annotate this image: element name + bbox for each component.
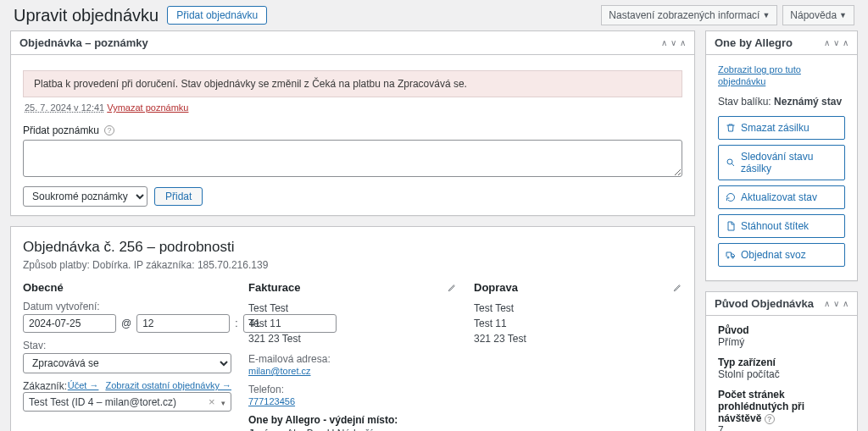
shipping-name: Test Test — [474, 301, 682, 316]
order-subtitle: Způsob platby: Dobírka. IP zákazníka: 18… — [23, 259, 682, 271]
add-note-textarea[interactable] — [23, 140, 682, 177]
truck-icon — [726, 250, 736, 260]
help-icon[interactable]: ? — [765, 414, 775, 424]
order-hour-input[interactable] — [136, 314, 230, 333]
toggle-icon[interactable]: ∧ — [843, 299, 849, 308]
note-timestamp: 25. 7. 2024 v 12:41 — [25, 102, 104, 113]
order-pickup-button[interactable]: Objednat svoz — [718, 243, 845, 267]
device-value: Stolní počítač — [718, 368, 780, 380]
origin-label: Původ — [718, 324, 845, 336]
order-status-select[interactable]: Zpracovává se — [23, 353, 231, 373]
package-status-label: Stav balíku: — [718, 96, 771, 108]
chevron-down-icon: ▼ — [839, 11, 847, 19]
allegro-pickup-heading: One by Allegro - výdejní místo: — [248, 414, 457, 426]
email-label: E-mailová adresa: — [248, 353, 457, 365]
date-label: Datum vytvoření: — [23, 301, 231, 312]
billing-column: Fakturace Test Test Test 11 321 23 Test … — [248, 281, 457, 431]
help-label: Nápověda — [790, 9, 837, 21]
show-log-link[interactable]: Zobrazit log pro tuto objednávku — [718, 64, 801, 86]
allegro-box-title: One by Allegro — [715, 36, 824, 49]
search-icon — [726, 157, 736, 168]
shipping-column: Doprava Test Test Test 11 321 23 Test — [474, 281, 682, 431]
help-icon[interactable]: ? — [104, 125, 114, 135]
profile-link[interactable]: Účet → — [68, 380, 99, 392]
svg-point-0 — [727, 159, 732, 164]
edit-shipping-icon[interactable] — [673, 283, 682, 292]
help-button[interactable]: Nápověda▼ — [782, 5, 854, 25]
device-label: Typ zařízení — [718, 356, 845, 368]
delete-shipment-button[interactable]: Smazat zásilku — [718, 116, 845, 140]
note-type-select[interactable]: Soukromé poznámky — [23, 186, 147, 207]
allegro-name-label: Jméno: — [248, 428, 285, 431]
svg-point-1 — [727, 257, 729, 258]
clear-customer-icon[interactable]: × — [205, 395, 219, 408]
billing-email[interactable]: milan@toret.cz — [248, 366, 311, 376]
billing-phone[interactable]: 777123456 — [248, 396, 295, 406]
toggle-icon[interactable]: ∧ — [680, 38, 686, 47]
chevron-down-icon[interactable]: ∨ — [833, 38, 839, 47]
trash-icon — [726, 123, 736, 133]
edit-billing-icon[interactable] — [448, 283, 457, 292]
at-sep: @ — [121, 318, 131, 329]
download-label-button[interactable]: Stáhnout štítek — [718, 214, 845, 238]
refresh-status-button[interactable]: Aktualizovat stav — [718, 185, 845, 209]
phone-label: Telefon: — [248, 384, 457, 395]
allegro-name: AlzaBox U Nádraží — [287, 428, 372, 431]
svg-point-2 — [732, 257, 734, 258]
pages-label: Počet stránek prohlédnutých při návštěvě — [718, 389, 804, 424]
file-icon — [726, 221, 736, 231]
chevron-up-icon[interactable]: ∧ — [824, 299, 830, 308]
billing-name: Test Test — [248, 301, 457, 316]
general-heading: Obecné — [23, 281, 231, 294]
page-header: Upravit objednávku Přidat objednávku Nas… — [0, 0, 868, 30]
add-order-button[interactable]: Přidat objednávku — [167, 6, 267, 25]
chevron-down-icon: ▼ — [762, 11, 770, 19]
package-status-value: Neznámý stav — [774, 96, 842, 108]
shipping-heading: Doprava — [474, 281, 518, 294]
shipping-line2: Test 11 — [474, 316, 682, 331]
order-origin-box: Původ Objednávka ∧ ∨ ∧ PůvodPřímý Typ za… — [705, 291, 858, 431]
toggle-icon[interactable]: ∧ — [843, 38, 849, 47]
general-column: Obecné Datum vytvoření: @ : — [23, 281, 231, 431]
screen-options-label: Nastavení zobrazených informací — [609, 9, 760, 21]
delete-note-link[interactable]: Vymazat poznámku — [107, 102, 188, 113]
chevron-up-icon[interactable]: ∧ — [824, 38, 830, 47]
track-shipment-button[interactable]: Sledování stavu zásilky — [718, 145, 845, 180]
order-title: Objednávka č. 256 – podrobnosti — [23, 239, 682, 256]
order-details-box: Objednávka č. 256 – podrobnosti Způsob p… — [10, 226, 695, 431]
customer-label: Zákazník: — [23, 380, 67, 392]
add-note-label: Přidat poznámku ? — [23, 124, 682, 136]
allegro-box: One by Allegro ∧ ∨ ∧ Zobrazit log pro tu… — [705, 30, 858, 281]
other-orders-link[interactable]: Zobrazit ostatní objednávky → — [105, 380, 231, 392]
screen-options-button[interactable]: Nastavení zobrazených informací▼ — [601, 5, 777, 25]
add-note-button[interactable]: Přidat — [154, 187, 203, 206]
billing-line3: 321 23 Test — [248, 331, 457, 346]
customer-select-value: Test Test (ID 4 – milan@toret.cz) — [29, 396, 176, 408]
colon-sep: : — [235, 318, 237, 329]
order-notes-title: Objednávka – poznámky — [19, 36, 661, 49]
billing-heading: Fakturace — [248, 281, 300, 294]
billing-line2: Test 11 — [248, 316, 457, 331]
order-notes-box: Objednávka – poznámky ∧ ∨ ∧ Platba k pro… — [10, 30, 695, 216]
chevron-down-icon[interactable]: ▾ — [221, 399, 225, 407]
refresh-icon — [726, 192, 736, 202]
page-title: Upravit objednávku — [14, 6, 159, 25]
origin-value: Přímý — [718, 336, 744, 348]
shipping-line3: 321 23 Test — [474, 331, 682, 346]
pages-value: 7 — [718, 424, 724, 431]
order-origin-title: Původ Objednávka — [715, 297, 824, 310]
status-label: Stav: — [23, 340, 231, 351]
chevron-up-icon[interactable]: ∧ — [661, 38, 667, 47]
chevron-down-icon[interactable]: ∨ — [833, 299, 839, 308]
chevron-down-icon[interactable]: ∨ — [670, 38, 676, 47]
system-note: Platba k provedení při doručení. Stav ob… — [23, 70, 682, 97]
order-date-input[interactable] — [23, 314, 116, 333]
customer-select[interactable]: Test Test (ID 4 – milan@toret.cz) × ▾ — [23, 392, 231, 412]
